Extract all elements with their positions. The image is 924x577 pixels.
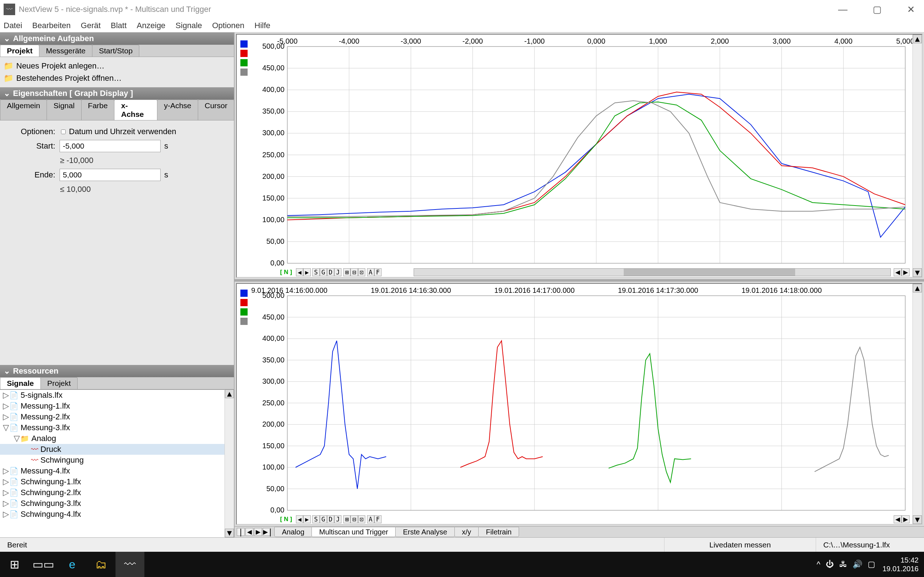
- sheet-tab-4[interactable]: Filetrain: [478, 527, 519, 537]
- tree-expander[interactable]: ▽: [2, 423, 10, 432]
- menu-signale[interactable]: Signale: [175, 21, 202, 30]
- tree-item[interactable]: ▷📄Schwingung-4.lfx: [0, 509, 225, 520]
- scroll-left-button[interactable]: ◀: [894, 268, 901, 276]
- tree-scrollbar[interactable]: ▲ ▼: [225, 390, 234, 537]
- legend-swatch[interactable]: [241, 308, 247, 316]
- scroll-up-button[interactable]: ▲: [913, 35, 922, 43]
- tree-item[interactable]: 〰Druck: [0, 444, 225, 455]
- y-scrollbar-top[interactable]: ▲ ▼: [913, 35, 922, 277]
- tree-expander[interactable]: ▷: [2, 477, 10, 487]
- tree-expander[interactable]: ▷: [2, 390, 10, 400]
- menu-datei[interactable]: Datei: [3, 21, 22, 30]
- legend-swatch[interactable]: [241, 318, 247, 325]
- close-button[interactable]: ✕: [901, 4, 921, 15]
- menu-optionen[interactable]: Optionen: [212, 21, 244, 30]
- horizontal-splitter[interactable]: [234, 279, 924, 282]
- start-button[interactable]: ⊞: [0, 552, 29, 577]
- plot-tool-button[interactable]: J: [334, 515, 341, 523]
- plot-tool-button[interactable]: ⊡: [358, 515, 365, 523]
- props-tab-2[interactable]: Farbe: [81, 100, 115, 120]
- plot-tool-button[interactable]: A: [367, 268, 374, 276]
- tree-expander[interactable]: ▽: [13, 434, 20, 443]
- plot-tool-button[interactable]: S: [312, 515, 320, 523]
- legend-swatch[interactable]: [241, 40, 247, 48]
- tree-expander[interactable]: ▷: [2, 466, 10, 475]
- volume-icon[interactable]: 🔊: [853, 560, 862, 569]
- props-tab-4[interactable]: y-Achse: [157, 100, 198, 120]
- tree-item[interactable]: ▽📄Messung-3.lfx: [0, 422, 225, 433]
- legend-swatch[interactable]: [241, 299, 247, 306]
- taskbar-clock[interactable]: 15:42 19.01.2016: [882, 556, 924, 573]
- sheet-nav-next[interactable]: ▶: [254, 528, 262, 536]
- sheet-tab-0[interactable]: Analog: [274, 527, 312, 537]
- resources-panel-header[interactable]: ⌄ Ressourcen: [0, 365, 234, 377]
- minimize-button[interactable]: —: [833, 4, 853, 15]
- props-tab-0[interactable]: Allgemein: [0, 100, 47, 120]
- res-tab-1[interactable]: Projekt: [40, 377, 78, 389]
- menu-anzeige[interactable]: Anzeige: [137, 21, 166, 30]
- props-tab-3[interactable]: x-Achse: [114, 100, 157, 120]
- tasks-tab-0[interactable]: Projekt: [0, 45, 39, 56]
- plot-tool-button[interactable]: D: [327, 268, 334, 276]
- power-icon[interactable]: ⏻: [826, 560, 834, 569]
- system-tray[interactable]: ^ ⏻ 🖧 🔊 ▢: [817, 560, 875, 569]
- ende-input[interactable]: [60, 169, 161, 181]
- sheet-tab-2[interactable]: Erste Analyse: [395, 527, 454, 537]
- menu-gerät[interactable]: Gerät: [81, 21, 101, 30]
- plot-tool-button[interactable]: G: [320, 268, 327, 276]
- network-icon[interactable]: 🖧: [839, 560, 847, 569]
- tree-item[interactable]: ▽📁Analog: [0, 433, 225, 444]
- plot-tool-button[interactable]: ⊞: [343, 515, 351, 523]
- scroll-down-button[interactable]: ▼: [913, 515, 922, 524]
- explorer-icon[interactable]: 🗂: [87, 552, 115, 577]
- edge-icon[interactable]: e: [58, 552, 87, 577]
- legend-swatch[interactable]: [241, 50, 247, 57]
- flag-icon[interactable]: ▢: [868, 560, 875, 569]
- tree-expander[interactable]: ▷: [2, 499, 10, 508]
- plot-tool-button[interactable]: ◀: [296, 515, 303, 523]
- plot-tool-button[interactable]: ⊟: [351, 268, 358, 276]
- sheet-nav-first[interactable]: |◀: [237, 528, 245, 536]
- scroll-down-button[interactable]: ▼: [225, 529, 234, 537]
- plot-tool-button[interactable]: A: [367, 515, 374, 523]
- status-livedata-button[interactable]: Livedaten messen: [664, 538, 816, 552]
- menu-hilfe[interactable]: Hilfe: [254, 21, 270, 30]
- tasks-panel-header[interactable]: ⌄ Allgemeine Aufgaben: [0, 32, 234, 45]
- sheet-nav-prev[interactable]: ◀: [246, 528, 254, 536]
- tree-item[interactable]: ▷📄Messung-4.lfx: [0, 466, 225, 476]
- plot-tool-button[interactable]: ⊞: [343, 268, 351, 276]
- legend-swatch[interactable]: [241, 290, 247, 297]
- scroll-up-button[interactable]: ▲: [225, 390, 234, 398]
- start-input[interactable]: [60, 140, 161, 152]
- scroll-left-button[interactable]: ◀: [894, 515, 901, 523]
- scroll-down-button[interactable]: ▼: [913, 268, 922, 277]
- plot-tool-button[interactable]: ⊡: [358, 268, 365, 276]
- plot-tool-button[interactable]: F: [374, 268, 381, 276]
- plot-tool-button[interactable]: S: [312, 268, 320, 276]
- sheet-nav-last[interactable]: ▶|: [263, 528, 271, 536]
- plot-tool-button[interactable]: D: [327, 515, 334, 523]
- task-item-label[interactable]: Neues Projekt anlegen…: [16, 61, 105, 71]
- tree-item[interactable]: ▷📄Messung-1.lfx: [0, 401, 225, 411]
- tree-expander[interactable]: ▷: [2, 509, 10, 519]
- plot-tool-button[interactable]: ▶: [303, 268, 310, 276]
- props-tab-5[interactable]: Cursor: [198, 100, 234, 120]
- resources-tree[interactable]: ▷📄5-signals.lfx▷📄Messung-1.lfx▷📄Messung-…: [0, 390, 225, 537]
- tree-item[interactable]: 〰Schwingung: [0, 455, 225, 466]
- plot-area-top[interactable]: 0,0050,00100,00150,00200,00250,00300,003…: [251, 35, 913, 277]
- task-view-icon[interactable]: ▭▭: [29, 552, 58, 577]
- tree-item[interactable]: ▷📄Schwingung-3.lfx: [0, 498, 225, 509]
- properties-panel-header[interactable]: ⌄ Eigenschaften [ Graph Display ]: [0, 87, 234, 100]
- legend-swatch[interactable]: [241, 69, 247, 76]
- datetime-checkbox[interactable]: [61, 129, 66, 134]
- plot-tool-button[interactable]: ◀: [296, 268, 303, 276]
- tree-item[interactable]: ▷📄Schwingung-1.lfx: [0, 476, 225, 487]
- plot-tool-button[interactable]: J: [334, 268, 341, 276]
- sheet-tab-3[interactable]: x/y: [454, 527, 479, 537]
- tree-item[interactable]: ▷📄Schwingung-2.lfx: [0, 487, 225, 498]
- nextview-taskbar-icon[interactable]: 〰: [115, 552, 144, 577]
- sheet-tab-1[interactable]: Multiscan und Trigger: [312, 527, 396, 537]
- task-item-label[interactable]: Bestehendes Projekt öffnen…: [16, 74, 122, 83]
- plot-tool-button[interactable]: ⊟: [351, 515, 358, 523]
- tasks-tab-2[interactable]: Start/Stop: [92, 45, 139, 56]
